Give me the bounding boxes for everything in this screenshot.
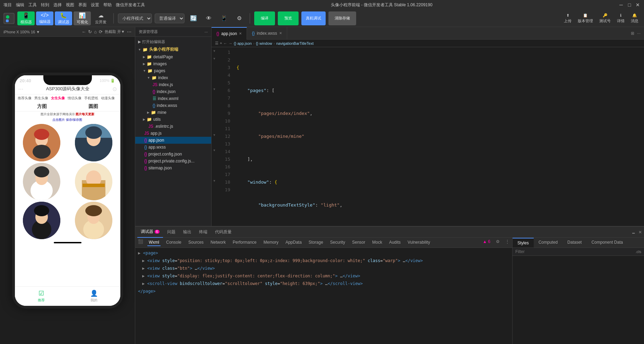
menu-goto[interactable]: 转到 [41, 2, 49, 8]
styles-tab-computed[interactable]: Computed [534, 238, 563, 247]
sim-home-button[interactable]: ⌂ [94, 29, 97, 34]
menu-wechat[interactable]: 微信开发者工具 [116, 2, 145, 8]
img-circle-5[interactable] [23, 202, 60, 239]
debugger-button[interactable]: 🐛 调试器 [55, 11, 72, 25]
bp-tab-problems[interactable]: 问题 [164, 227, 179, 238]
breadcrumb-arrow-right[interactable]: → [229, 41, 232, 45]
visual-button[interactable]: 📊 可视化 [74, 11, 91, 25]
device-button[interactable]: 📱 [218, 11, 230, 25]
breadcrumb-nav-back[interactable]: ☰ [215, 41, 218, 45]
styles-tab-dataset[interactable]: Dataset [563, 238, 586, 247]
dt-tab-vulnerability[interactable]: Vulnerability [406, 239, 431, 246]
tree-eslintrc[interactable]: JS .eslintrc.js [135, 123, 211, 130]
dt-tab-audits[interactable]: Audits [388, 239, 402, 246]
test-id-button[interactable]: 🔑测试号 [597, 12, 613, 25]
tree-index-wxml[interactable]: ☰ index.wxml [135, 95, 211, 102]
clean-button[interactable]: 清除存储 [328, 11, 356, 25]
refresh-button[interactable]: 🔄 [187, 11, 200, 25]
img-cell-6[interactable] [68, 202, 119, 239]
editor-button[interactable]: </> 编辑器 [36, 11, 53, 25]
file-tree-more[interactable]: ··· [205, 30, 208, 34]
img-cell-2[interactable] [68, 124, 119, 161]
bp-tab-debugger[interactable]: 调试器 6 [137, 227, 163, 238]
code-content[interactable]: { "pages": [ "pages/index/index", "pages… [233, 47, 644, 226]
breadcrumb-item-2[interactable]: {} window [256, 41, 272, 45]
tree-root[interactable]: ▼ 📁 头像小程序前端 [135, 45, 211, 53]
img-circle-4[interactable] [75, 163, 112, 200]
minimize-button[interactable]: ─ [618, 2, 624, 8]
tab-index-wxss[interactable]: {} index.wxss ✕ [247, 27, 287, 40]
breadcrumb-item-1[interactable]: {} app.json [234, 41, 252, 45]
upload-button[interactable]: ⬆上传 [562, 12, 574, 25]
filter-input[interactable] [515, 249, 636, 254]
img-circle-6[interactable] [75, 202, 112, 239]
dt-tab-sensor[interactable]: Sensor [351, 239, 367, 246]
shape-tab-square[interactable]: 方图 [16, 103, 68, 110]
eye-button[interactable]: 👁 [203, 11, 215, 25]
tab-recommend[interactable]: ☑ 推荐 [15, 287, 68, 306]
phone-shape-tabs[interactable]: 方图 圆图 [15, 102, 120, 111]
bp-minimize-icon[interactable]: 🗕 [632, 230, 636, 235]
tab-mine[interactable]: 👤 我的 [68, 287, 120, 306]
devtools-inspect-icon[interactable]: ⬛ [138, 239, 143, 246]
maximize-button[interactable]: □ [627, 2, 632, 8]
more-tabs-icon[interactable]: ··· [637, 31, 641, 36]
split-editor-icon[interactable]: ⊞ [631, 31, 634, 36]
phone-tab-bar[interactable]: ☑ 推荐 👤 我的 [15, 286, 120, 306]
nav-anime[interactable]: 动漫头像 [101, 96, 115, 101]
nav-couple[interactable]: 情侣头像 [68, 96, 81, 101]
tree-pages[interactable]: ▼ 📁 pages [135, 67, 211, 74]
menu-project[interactable]: 项目 [3, 2, 12, 8]
menu-tools[interactable]: 工具 [28, 2, 37, 8]
open-editor-item[interactable]: ▶ 打开始编辑器 [135, 38, 211, 45]
nav-recommend[interactable]: 推荐头像 [18, 96, 32, 101]
tree-project-config[interactable]: {} project.config.json [135, 151, 211, 158]
window-controls[interactable]: ─ □ ✕ [618, 2, 641, 8]
img-cell-5[interactable] [16, 202, 67, 239]
nav-male[interactable]: 男生头像 [34, 96, 48, 101]
img-circle-2[interactable] [75, 124, 112, 161]
sim-refresh-button[interactable]: ↻ [88, 29, 92, 34]
dt-tab-wxml[interactable]: Wxml [147, 239, 161, 246]
img-cell-3[interactable] [16, 163, 67, 200]
tab-app-json[interactable]: {} app.json ✕ [212, 27, 247, 40]
menu-select[interactable]: 选择 [53, 2, 62, 8]
simulator-button[interactable]: 📱 模拟器 [17, 11, 35, 25]
detail-button[interactable]: ℹ详情 [615, 12, 627, 25]
tree-app-js[interactable]: JS app.js [135, 130, 211, 137]
fold-18[interactable]: ▼ [212, 177, 217, 185]
dt-tab-console[interactable]: Console [165, 239, 183, 246]
shape-tab-circle[interactable]: 圆图 [68, 103, 119, 110]
tab-app-json-close[interactable]: ✕ [239, 32, 242, 35]
menu-view[interactable]: 视图 [66, 2, 74, 8]
fold-6[interactable]: ▼ [212, 85, 217, 93]
compile-selector[interactable]: 普通编译 [155, 14, 184, 23]
img-circle-3[interactable] [23, 163, 60, 200]
filter-cls[interactable]: .cls [636, 250, 642, 254]
sim-more-button[interactable]: ⋯ [127, 29, 131, 34]
tree-utils-folder[interactable]: ▶ 📁 utils [135, 116, 211, 123]
img-cell-1[interactable] [16, 124, 67, 161]
tree-sitemap[interactable]: {} sitemap.json [135, 165, 211, 171]
dt-tab-mock[interactable]: Mock [371, 239, 384, 246]
breadcrumb-arrow-left[interactable]: ← [223, 41, 227, 45]
cloud-button[interactable]: ☁ 云开发 [92, 11, 109, 25]
bp-tab-output[interactable]: 输出 [180, 227, 195, 238]
img-circle-1[interactable] [23, 124, 60, 161]
phone-nav-links[interactable]: 推荐头像 男生头像 女生头像 情侣头像 手机壁纸 动漫头像 [15, 94, 120, 102]
dt-tab-network[interactable]: Network [209, 239, 227, 246]
message-button[interactable]: 🔔消息 [629, 12, 641, 25]
tree-index-js[interactable]: JS index.js [135, 81, 211, 88]
bp-tab-quality[interactable]: 代码质量 [212, 227, 235, 238]
sim-back-button[interactable]: ← [81, 29, 86, 34]
menu-interface[interactable]: 界面 [78, 2, 87, 8]
tree-index-json[interactable]: {} index.json [135, 88, 211, 95]
bp-close-icon[interactable]: ✕ [638, 230, 642, 235]
dt-tab-performance[interactable]: Performance [231, 239, 258, 246]
fold-14[interactable]: ▼ [212, 146, 217, 154]
nav-wallpaper[interactable]: 手机壁纸 [84, 96, 98, 101]
nav-female[interactable]: 女生头像 [51, 96, 65, 101]
compile-button[interactable]: 编译 [254, 11, 275, 25]
menu-settings[interactable]: 设置 [91, 2, 99, 8]
dt-more-icon[interactable]: ⋮ [505, 239, 509, 246]
